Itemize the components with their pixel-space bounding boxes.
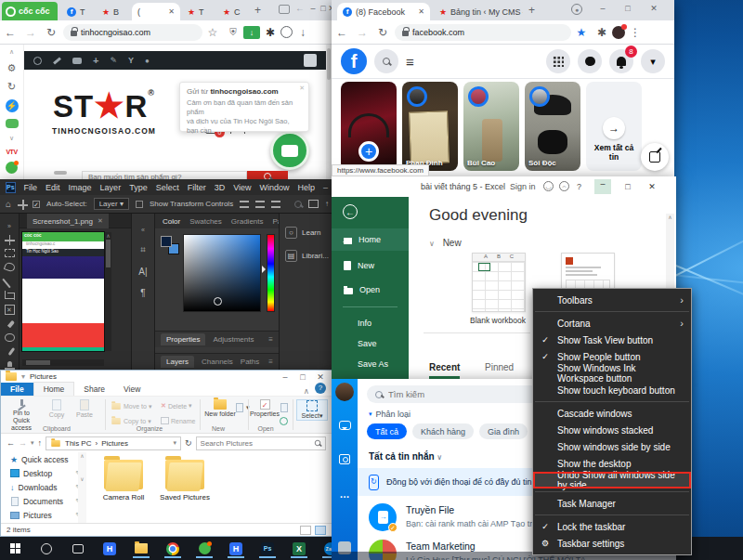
sidebar-collapse-icon[interactable]: ∧	[9, 48, 14, 56]
menu-type[interactable]: Type	[129, 183, 148, 192]
help-icon[interactable]: ?	[577, 182, 581, 191]
address-dropdown-icon[interactable]: ▾	[174, 439, 177, 447]
forward-icon[interactable]: →	[19, 438, 27, 448]
wp-user-avatar[interactable]	[304, 54, 317, 67]
adblock-shield-icon[interactable]: ⛨	[223, 27, 243, 38]
delete-button[interactable]: ✕ Delete▾	[161, 402, 192, 410]
layer-dropdown[interactable]: Layer ▾	[94, 198, 129, 210]
healing-brush-tool[interactable]	[5, 333, 15, 342]
tab-view[interactable]: View	[114, 383, 150, 396]
menu-item-toolbars[interactable]: Toolbars ›	[533, 292, 691, 308]
menu-item-show-windows-side-by-side[interactable]: Show windows side by side	[533, 438, 691, 455]
minimize-button[interactable]: –	[279, 372, 292, 382]
breadcrumb[interactable]: This PC › Pictures ▾	[46, 436, 181, 450]
downloads-tray-icon[interactable]: ↓	[293, 26, 313, 39]
tab-gradients[interactable]: Gradients	[231, 217, 264, 226]
move-tool-icon[interactable]	[18, 200, 26, 208]
address-bar[interactable]: tinhocngoisao.com	[63, 24, 202, 41]
facebook-logo[interactable]: f	[341, 48, 367, 74]
tab-close-icon[interactable]: ✕	[418, 7, 424, 16]
bookmark-star-icon[interactable]: ★	[571, 26, 592, 39]
compose-button[interactable]	[641, 143, 669, 171]
extension-icon[interactable]: ✱	[592, 26, 612, 39]
quick-access-toolbar-icon[interactable]: ▾	[21, 372, 25, 381]
explorer-search-box[interactable]	[196, 436, 326, 450]
browser-tab-active[interactable]: ( ✕	[132, 3, 180, 20]
reload-icon[interactable]: ↻	[372, 26, 393, 39]
excel-button[interactable]: X	[288, 539, 310, 558]
sidebar-item-save[interactable]: Save	[332, 332, 409, 355]
profile-avatar[interactable]	[612, 26, 625, 39]
toolbar-expand-icon[interactable]: »	[7, 223, 11, 229]
tab-home[interactable]: Home	[33, 382, 75, 396]
bookmark-star-icon[interactable]: ☆	[202, 26, 223, 39]
sign-in-button[interactable]: Sign in	[510, 182, 536, 191]
facebook-account-button[interactable]: ▾	[641, 49, 665, 73]
menu-item-cortana[interactable]: Cortana ›	[533, 315, 691, 332]
facebook-apps-button[interactable]	[546, 49, 570, 73]
crumb-this-pc[interactable]: This PC	[65, 439, 91, 448]
tab-color[interactable]: Color	[163, 217, 180, 226]
chat-fab-button[interactable]	[270, 131, 309, 170]
copy-to-button[interactable]: Copy to▾	[111, 417, 151, 425]
close-button[interactable]: ✕	[645, 182, 658, 191]
all-messages-label[interactable]: Tất cả tin nhắn ∨	[369, 451, 442, 462]
tab-close-icon[interactable]: ✕	[168, 7, 175, 16]
menu-item-cascade-windows[interactable]: Cascade windows	[533, 405, 691, 422]
forward-icon[interactable]: →	[352, 26, 372, 39]
site-notification-popup[interactable]: ✕ Gửi từ tinhocngoisao.com Cảm ơn bạn đã…	[179, 82, 309, 132]
new-tab-icon[interactable]: +	[528, 4, 535, 17]
user-avatar[interactable]	[335, 383, 354, 401]
tab-adjustments[interactable]: Adjustments	[213, 335, 254, 344]
settings-gear-icon[interactable]: ⚙	[7, 62, 17, 74]
browser-tab[interactable]: ★ B	[97, 3, 130, 20]
align-right-icon[interactable]	[271, 201, 280, 208]
panel-menu-icon[interactable]: ≡	[268, 335, 273, 344]
maximize-button[interactable]: □	[621, 4, 634, 13]
menu-layer[interactable]: Layer	[100, 183, 122, 192]
sidebar-item-open[interactable]: Open	[332, 279, 409, 301]
browser-tab[interactable]: ★ T	[182, 3, 215, 20]
task-view-button[interactable]	[67, 539, 89, 558]
tab-recent[interactable]: Recent	[429, 362, 460, 379]
tab-close-icon[interactable]: ✕	[98, 217, 103, 225]
foreground-color-swatch[interactable]	[161, 236, 172, 247]
menu-item-task-manager[interactable]: Task Manager	[533, 495, 691, 512]
story-card[interactable]: Sói Độc	[525, 82, 580, 171]
games-icon[interactable]	[6, 119, 19, 128]
color-saturation-picker[interactable]	[183, 234, 261, 312]
thumbnail-view-toggle[interactable]	[315, 526, 326, 535]
tag-customers[interactable]: Khách hàng	[412, 423, 474, 439]
tabstrip-back-icon[interactable]: ←	[295, 3, 305, 13]
tab-properties[interactable]: Properties	[161, 333, 205, 345]
show-transform-checkbox[interactable]	[136, 201, 143, 208]
coccoc-button[interactable]	[193, 539, 215, 558]
back-icon[interactable]: ←	[7, 438, 15, 448]
canvas-vertical-scrollbar[interactable]: ∧	[105, 232, 111, 351]
libraries-panel-button[interactable]: ▤ Librari...	[285, 250, 329, 262]
see-all-stories-card[interactable]: → Xem tất cả tin	[586, 82, 642, 171]
details-view-toggle[interactable]	[300, 526, 311, 535]
wp-dashboard-icon[interactable]	[33, 57, 42, 65]
start-button[interactable]	[4, 539, 26, 558]
sidebar-expand-icon[interactable]: ∨	[9, 135, 14, 142]
tab-share[interactable]: Share	[74, 383, 114, 396]
back-icon[interactable]: ←	[0, 26, 20, 39]
maximize-button[interactable]: □	[621, 182, 634, 191]
share-icon[interactable]: ↑	[325, 200, 329, 208]
auto-select-checkbox[interactable]: ✓	[33, 201, 40, 208]
feedback-smile-icon[interactable]: ◡	[543, 181, 554, 191]
vtv-icon[interactable]: VTV	[6, 149, 17, 155]
crop-tool[interactable]	[5, 291, 15, 299]
menu-edit[interactable]: Edit	[46, 183, 60, 192]
excel-scrollbar[interactable]: ∧	[666, 214, 674, 288]
magic-wand-tool[interactable]	[5, 277, 15, 285]
character-panel-icon[interactable]: A|	[138, 267, 147, 277]
home-icon[interactable]: ⌂	[6, 199, 11, 209]
panel-collapse-icon[interactable]: «	[141, 227, 145, 233]
help-icon[interactable]: ?	[315, 383, 326, 394]
nav-downloads[interactable]: ↓ Downloads ✎	[1, 480, 86, 494]
photoshop-canvas[interactable]: cốc cốc tinhocngoisao.c Tin Học Ngôi Sao…	[20, 228, 131, 370]
facebook-notifications-button[interactable]: 8	[609, 49, 633, 73]
sidebar-item-info[interactable]: Info	[332, 312, 409, 334]
